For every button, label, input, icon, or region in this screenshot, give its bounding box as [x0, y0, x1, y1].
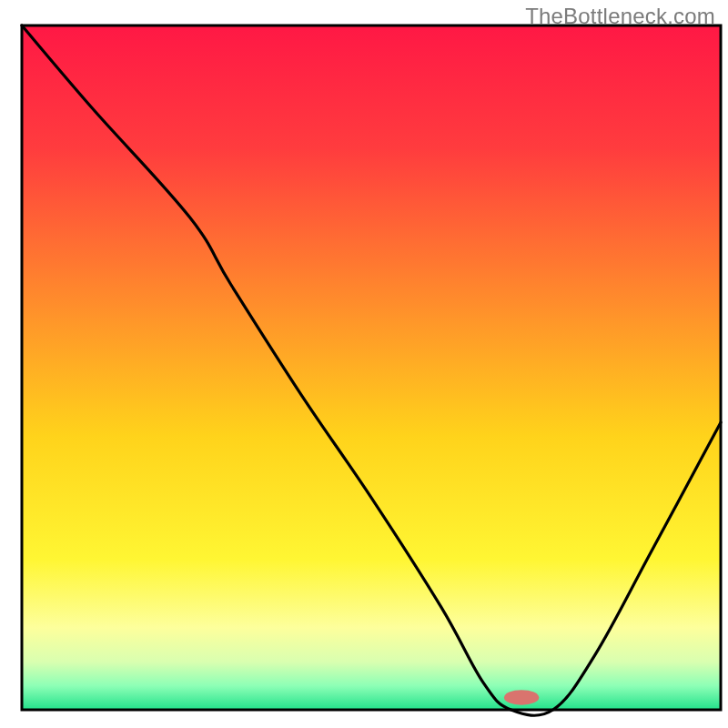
plot-background: [22, 25, 721, 710]
bottleneck-chart: TheBottleneck.com: [0, 0, 728, 728]
chart-svg: [0, 0, 728, 728]
watermark-text: TheBottleneck.com: [525, 4, 715, 29]
optimal-marker: [504, 690, 539, 705]
